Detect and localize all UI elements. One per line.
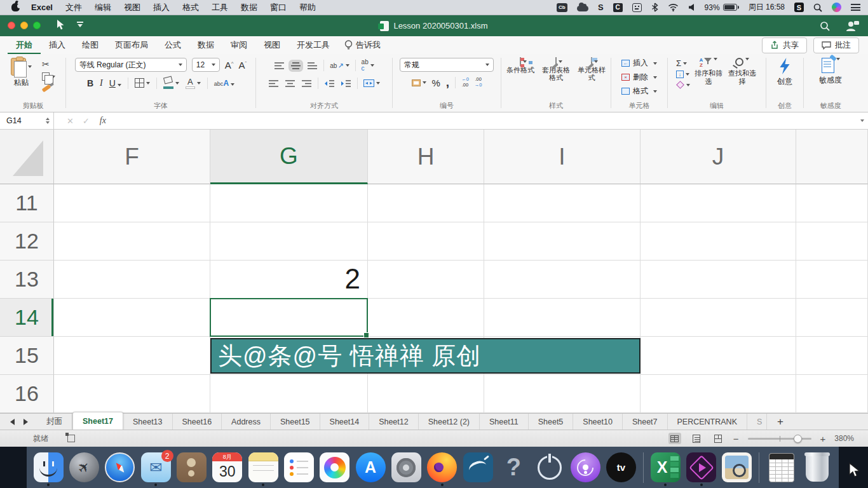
ribbon-tab-审阅[interactable]: 审阅 (222, 36, 255, 55)
align-right-button[interactable] (301, 79, 312, 88)
siri-icon[interactable] (832, 3, 841, 12)
sheet-tab-Address[interactable]: Address (222, 414, 271, 430)
sheet-tab-PERCENTRANK[interactable]: PERCENTRANK (668, 414, 747, 430)
dock-icon-power[interactable] (533, 449, 566, 487)
dock-icon-podcasts[interactable] (569, 449, 602, 487)
formula-bar-expand-icon[interactable] (860, 119, 864, 122)
s-app-icon[interactable]: S (598, 3, 604, 12)
tell-me-button[interactable]: 告诉我 (338, 39, 387, 51)
column-header-G[interactable]: G (210, 130, 368, 184)
c-app-icon[interactable]: C (613, 3, 623, 12)
apple-icon[interactable] (11, 3, 20, 11)
dock-icon-safari[interactable] (104, 449, 137, 487)
dock-icon-notes[interactable] (247, 449, 280, 487)
volume-icon[interactable] (688, 3, 695, 11)
zoom-out-button[interactable]: − (733, 433, 739, 444)
wrap-text-button[interactable]: abc (362, 59, 374, 72)
delete-cells-button[interactable]: ×删除 (621, 72, 657, 83)
dock-icon-app-store[interactable]: A (354, 449, 387, 487)
zoom-window-button[interactable] (33, 22, 41, 29)
page-layout-view-button[interactable] (690, 433, 703, 444)
sheet-tab-partial[interactable]: S (747, 414, 767, 430)
add-sheet-button[interactable]: + (767, 414, 794, 430)
comments-button[interactable]: 批注 (813, 37, 859, 53)
format-cells-button[interactable]: 格式 (621, 86, 657, 97)
sheet-tab-Sheet10[interactable]: Sheet10 (573, 414, 623, 430)
decrease-decimal-button[interactable]: .00→0 (475, 77, 482, 88)
copy-button[interactable] (42, 72, 55, 81)
zoom-in-button[interactable]: + (820, 433, 826, 444)
number-format-combo[interactable]: 常规 (400, 58, 494, 72)
menu-item-编辑[interactable]: 编辑 (88, 2, 118, 13)
sheet-tab-Sheet11[interactable]: Sheet11 (480, 414, 529, 430)
sheet-tab-Sheet12 (2)[interactable]: Sheet12 (2) (419, 414, 480, 430)
minimize-window-button[interactable] (20, 22, 28, 29)
search-icon[interactable] (820, 21, 830, 31)
sheet-tab-Sheet14[interactable]: Sheet14 (320, 414, 370, 430)
spotlight-icon[interactable] (813, 3, 822, 12)
fill-color-button[interactable] (163, 77, 179, 89)
dock-icon-help[interactable]: ? (497, 449, 530, 487)
column-header-J[interactable]: J (641, 130, 796, 184)
ribbon-tab-开始[interactable]: 开始 (8, 36, 41, 55)
dock-icon-contacts[interactable] (175, 449, 208, 487)
menu-item-格式[interactable]: 格式 (176, 2, 205, 13)
decrease-indent-button[interactable] (324, 79, 335, 88)
name-box[interactable]: G14 (0, 112, 54, 129)
font-size-combo[interactable]: 12 (192, 58, 220, 72)
cancel-entry-button[interactable]: ✕ (67, 116, 74, 126)
column-header-H[interactable]: H (368, 130, 484, 184)
ribbon-tab-数据[interactable]: 数据 (189, 36, 222, 55)
dock-icon-mysql[interactable] (461, 449, 494, 487)
align-top-button[interactable] (274, 62, 285, 70)
decrease-font-button[interactable]: Aˇ (239, 60, 247, 71)
dock-icon-finder[interactable] (32, 449, 65, 487)
input-source-icon[interactable] (632, 3, 642, 12)
insert-cells-button[interactable]: ←插入 (621, 58, 657, 69)
column-header-I[interactable]: I (484, 130, 641, 184)
dock-icon-system-preferences[interactable] (390, 449, 423, 487)
wifi-icon[interactable] (668, 3, 679, 11)
find-select-button[interactable]: 查找和选择 (727, 58, 757, 85)
menu-item-插入[interactable]: 插入 (147, 2, 176, 13)
italic-button[interactable]: I (100, 78, 103, 88)
confirm-entry-button[interactable]: ✓ (83, 116, 90, 126)
ribbon-tab-开发工具[interactable]: 开发工具 (288, 36, 338, 55)
ribbon-tab-公式[interactable]: 公式 (156, 36, 189, 55)
dock-icon-spreadsheet-doc[interactable] (765, 449, 798, 487)
font-name-combo[interactable]: 等线 Regular (正文) (75, 58, 187, 72)
underline-button[interactable]: U (109, 78, 121, 88)
selected-cell-G14[interactable] (210, 298, 368, 337)
sensitivity-button[interactable]: 敏感度 (819, 58, 842, 86)
formula-input[interactable] (106, 112, 860, 129)
menu-clock[interactable]: 周日 16:58 (749, 2, 785, 13)
orientation-button[interactable]: ab↗ (330, 62, 349, 70)
cb-app-icon[interactable]: Cb (557, 3, 567, 12)
cell-styles-button[interactable]: 单元格样式 (575, 58, 608, 82)
cut-button[interactable]: ✂ (42, 59, 55, 69)
menu-item-Excel[interactable]: Excel (25, 3, 59, 12)
paste-button[interactable]: 粘贴 (11, 58, 32, 88)
menu-item-文件[interactable]: 文件 (59, 2, 88, 13)
ribbon-tab-绘图[interactable]: 绘图 (74, 36, 107, 55)
bold-button[interactable]: B (87, 78, 93, 88)
sheet-tab-Sheet12[interactable]: Sheet12 (369, 414, 419, 430)
name-box-stepper[interactable] (46, 118, 51, 124)
account-person-icon[interactable] (845, 20, 859, 31)
dock-icon-launchpad[interactable]: ✈ (67, 449, 100, 487)
autosum-button[interactable]: Σ (676, 58, 690, 68)
conditional-formatting-button[interactable]: 条件格式 (504, 58, 537, 74)
sort-filter-button[interactable]: AZ 排序和筛选 (693, 58, 724, 85)
increase-font-button[interactable]: A^ (225, 60, 234, 71)
scroll-sheets-right-button[interactable] (24, 419, 28, 425)
menu-item-工具[interactable]: 工具 (205, 2, 234, 13)
zoom-level[interactable]: 380% (834, 434, 854, 443)
dock-icon-preview[interactable] (721, 449, 754, 487)
comma-style-button[interactable]: , (446, 79, 449, 86)
menu-item-帮助[interactable]: 帮助 (293, 2, 322, 13)
menu-item-数据[interactable]: 数据 (234, 2, 264, 13)
format-as-table-button[interactable]: 套用表格格式 (539, 58, 573, 82)
dock-icon-reminders[interactable] (282, 449, 315, 487)
percent-style-button[interactable]: % (432, 78, 440, 88)
zoom-slider[interactable] (748, 438, 811, 440)
